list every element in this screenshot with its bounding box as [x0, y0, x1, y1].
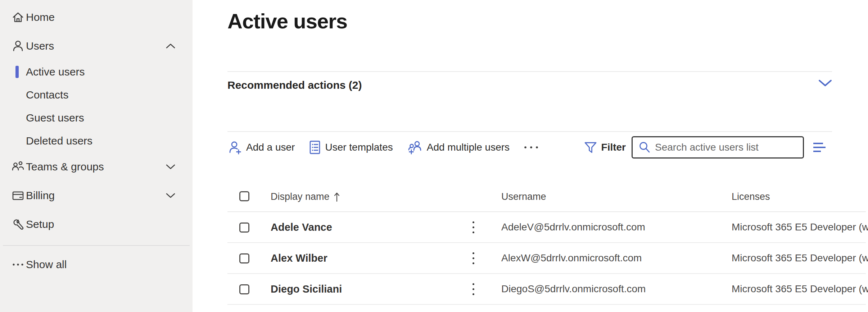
column-header-username[interactable]: Username	[501, 191, 546, 202]
sidebar: Home Users Active users Contacts Guest u…	[0, 0, 193, 312]
user-username: AdeleV@5drrlv.onmicrosoft.com	[501, 221, 645, 233]
add-multiple-users-label: Add multiple users	[427, 142, 510, 153]
select-all-checkbox[interactable]	[239, 191, 249, 201]
recommended-actions-header[interactable]: Recommended actions (2)	[227, 72, 832, 131]
sidebar-item-label: Contacts	[26, 89, 68, 101]
sidebar-item-label: Home	[26, 11, 55, 23]
selected-indicator	[15, 66, 19, 78]
kebab-icon[interactable]	[468, 281, 479, 297]
row-checkbox[interactable]	[239, 284, 249, 294]
recommended-actions-label: Recommended actions (2)	[227, 79, 362, 91]
search-input[interactable]	[655, 142, 792, 153]
user-icon	[11, 39, 25, 53]
people-add-icon	[407, 139, 423, 155]
search-icon	[638, 141, 651, 154]
setup-wrench-icon	[11, 217, 25, 231]
sidebar-item-teams-groups[interactable]: Teams & groups	[0, 155, 193, 178]
table-row[interactable]: Adele Vance AdeleV@5drrlv.onmicrosoft.co…	[227, 212, 866, 243]
sidebar-item-home[interactable]: Home	[0, 6, 193, 29]
search-box	[632, 136, 804, 159]
sidebar-item-show-all[interactable]: Show all	[0, 253, 193, 276]
user-username: AlexW@5drrlv.onmicrosoft.com	[501, 252, 642, 264]
chevron-up-icon	[166, 43, 175, 49]
sidebar-item-guest-users[interactable]: Guest users	[0, 106, 193, 129]
billing-card-icon	[11, 188, 25, 203]
sidebar-item-label: Show all	[26, 258, 67, 271]
sort-lines-button[interactable]	[813, 142, 827, 153]
ellipsis-icon	[11, 257, 25, 272]
sidebar-users-children: Active users Contacts Guest users Delete…	[0, 60, 193, 152]
table-header-row: Display name Username Licenses	[227, 163, 866, 212]
user-licenses: Microsoft 365 E5 Developer (withou	[732, 252, 868, 264]
sidebar-item-setup[interactable]: Setup	[0, 213, 193, 236]
sidebar-item-billing[interactable]: Billing	[0, 184, 193, 207]
chevron-down-icon	[166, 193, 175, 198]
user-templates-icon	[308, 139, 321, 155]
column-header-display-name[interactable]: Display name	[271, 191, 340, 202]
user-display-name[interactable]: Adele Vance	[271, 221, 332, 233]
main-content: Active users Recommended actions (2)	[193, 0, 868, 312]
kebab-icon[interactable]	[468, 219, 479, 235]
sidebar-item-label: Active users	[26, 66, 85, 78]
filter-button[interactable]: Filter	[583, 140, 626, 155]
m365-admin-active-users-page: Home Users Active users Contacts Guest u…	[0, 0, 868, 312]
sidebar-item-contacts[interactable]: Contacts	[0, 83, 193, 106]
page-title: Active users	[227, 10, 866, 32]
column-header-licenses[interactable]: Licenses	[732, 191, 770, 202]
sidebar-item-active-users[interactable]: Active users	[0, 60, 193, 83]
toolbar: Add a user User templates	[227, 132, 832, 163]
add-multiple-users-button[interactable]: Add multiple users	[407, 139, 510, 155]
filter-label: Filter	[601, 142, 626, 153]
sidebar-item-label: Setup	[26, 218, 54, 230]
sidebar-item-users[interactable]: Users	[0, 35, 193, 58]
filter-funnel-icon	[583, 140, 598, 155]
user-display-name[interactable]: Diego Siciliani	[271, 283, 342, 295]
add-user-button[interactable]: Add a user	[227, 139, 295, 155]
user-templates-button[interactable]: User templates	[308, 139, 393, 155]
add-user-label: Add a user	[246, 142, 295, 153]
chevron-down-icon	[166, 164, 175, 170]
user-templates-label: User templates	[325, 142, 393, 153]
chevron-down-icon[interactable]	[818, 79, 832, 87]
sidebar-item-deleted-users[interactable]: Deleted users	[0, 129, 193, 152]
sidebar-item-label: Deleted users	[26, 135, 92, 147]
sidebar-divider	[3, 245, 190, 246]
row-checkbox[interactable]	[239, 222, 249, 233]
row-checkbox[interactable]	[239, 253, 249, 263]
user-username: DiegoS@5drrlv.onmicrosoft.com	[501, 283, 646, 295]
sidebar-item-label: Guest users	[26, 112, 84, 124]
teams-groups-icon	[11, 160, 25, 174]
sidebar-item-label: Users	[26, 40, 54, 52]
user-display-name[interactable]: Alex Wilber	[271, 252, 327, 264]
home-icon	[11, 10, 25, 24]
kebab-icon[interactable]	[468, 250, 479, 266]
user-licenses: Microsoft 365 E5 Developer (withou	[732, 283, 868, 295]
sort-lines-icon	[813, 142, 827, 153]
more-actions-button[interactable]	[523, 145, 539, 150]
user-licenses: Microsoft 365 E5 Developer (withou	[732, 221, 868, 233]
more-actions-icon	[523, 145, 539, 150]
table-row[interactable]: Alex Wilber AlexW@5drrlv.onmicrosoft.com…	[227, 243, 866, 274]
sort-up-arrow-icon	[334, 192, 340, 202]
sidebar-item-label: Teams & groups	[26, 161, 104, 173]
table-row[interactable]: Diego Siciliani DiegoS@5drrlv.onmicrosof…	[227, 274, 866, 305]
person-add-icon	[227, 139, 243, 155]
sidebar-item-label: Billing	[26, 189, 55, 202]
